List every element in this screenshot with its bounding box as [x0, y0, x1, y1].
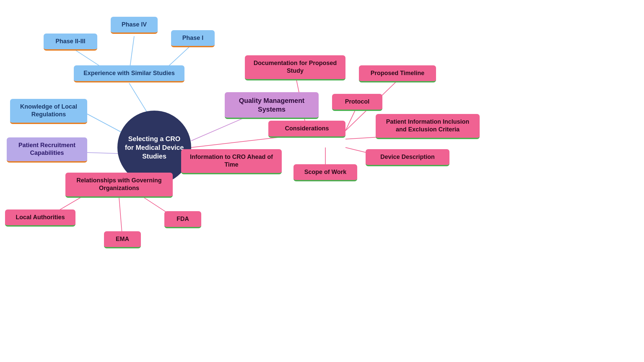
- phase-2-3-label: Phase II-III: [55, 38, 85, 45]
- phase-2-3-node: Phase II-III: [44, 34, 97, 51]
- phase-iv-label: Phase IV: [121, 21, 147, 28]
- documentation-node: Documentation for Proposed Study: [245, 55, 345, 80]
- documentation-label: Documentation for Proposed Study: [250, 59, 340, 75]
- device-desc-label: Device Description: [380, 153, 435, 161]
- protocol-label: Protocol: [345, 98, 369, 106]
- ema-node: EMA: [104, 231, 141, 248]
- phase-i-label: Phase I: [182, 34, 203, 42]
- local-auth-label: Local Authorities: [16, 214, 65, 221]
- device-desc-node: Device Description: [366, 149, 449, 166]
- fda-label: FDA: [177, 215, 189, 223]
- patient-recruit-node: Patient Recruitment Capabilities: [7, 137, 87, 163]
- knowledge-label: Knowledge of Local Regulations: [15, 103, 82, 119]
- relationships-label: Relationships with Governing Organizatio…: [71, 177, 167, 192]
- scope-label: Scope of Work: [304, 168, 346, 176]
- info-cro-label: Information to CRO Ahead of Time: [186, 153, 276, 169]
- quality-label: Quality Management Systems: [230, 96, 313, 114]
- phase-i-node: Phase I: [171, 30, 215, 47]
- phase-iv-node: Phase IV: [111, 17, 158, 34]
- experience-label: Experience with Similar Studies: [84, 69, 175, 77]
- proposed-timeline-label: Proposed Timeline: [371, 69, 425, 77]
- ema-label: EMA: [116, 235, 129, 243]
- proposed-timeline-node: Proposed Timeline: [359, 65, 436, 82]
- patient-info-label: Patient Information Inclusion and Exclus…: [381, 118, 474, 134]
- protocol-node: Protocol: [332, 94, 382, 111]
- knowledge-node: Knowledge of Local Regulations: [10, 99, 87, 124]
- patient-recruit-label: Patient Recruitment Capabilities: [12, 141, 82, 157]
- center-label: Selecting a CRO for Medical Device Studi…: [124, 134, 184, 161]
- patient-info-node: Patient Information Inclusion and Exclus…: [376, 114, 480, 139]
- considerations-node: Considerations: [268, 121, 345, 138]
- scope-node: Scope of Work: [293, 164, 357, 181]
- info-cro-node: Information to CRO Ahead of Time: [181, 149, 282, 174]
- relationships-node: Relationships with Governing Organizatio…: [65, 173, 173, 198]
- local-auth-node: Local Authorities: [5, 209, 75, 227]
- fda-node: FDA: [164, 211, 201, 228]
- quality-node: Quality Management Systems: [225, 92, 319, 119]
- considerations-label: Considerations: [285, 125, 329, 132]
- experience-node: Experience with Similar Studies: [74, 65, 184, 82]
